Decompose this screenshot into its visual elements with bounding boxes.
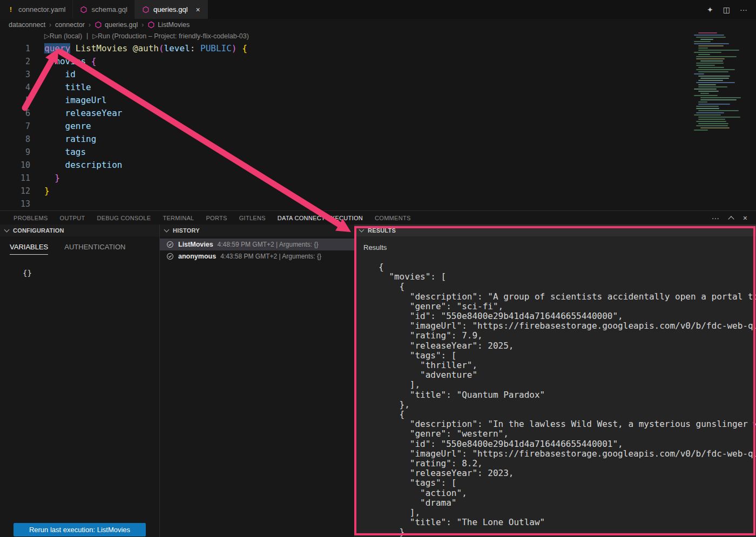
play-icon: ▷	[92, 32, 98, 40]
code-line[interactable]: 12}	[0, 185, 686, 198]
codelens-divider: |	[86, 32, 88, 40]
line-number: 10	[0, 159, 30, 172]
editor-tabs: !connector.yamlschema.gqlqueries.gql×	[0, 0, 208, 19]
panel-tabs: PROBLEMSOUTPUTDEBUG CONSOLETERMINALPORTS…	[8, 211, 417, 225]
history-name: anonymous	[178, 253, 216, 260]
panel-more-actions-icon[interactable]: ···	[712, 214, 719, 222]
line-number: 8	[0, 133, 30, 146]
breadcrumb-item-queries.gql[interactable]: queries.gql	[94, 21, 138, 29]
history-rows: ListMovies4:48:59 PM GMT+2 | Arguments: …	[160, 236, 354, 262]
close-icon[interactable]: ×	[196, 6, 200, 13]
maximize-panel-icon[interactable]	[728, 216, 734, 222]
history-meta: 4:48:59 PM GMT+2 | Arguments: {}	[218, 241, 319, 248]
tab-connector.yaml[interactable]: !connector.yaml	[0, 0, 73, 19]
line-number: 2	[0, 55, 30, 68]
code-line[interactable]: 5 imageUrl	[0, 94, 686, 107]
code-line[interactable]: 10 description	[0, 159, 686, 172]
graphql-icon	[94, 21, 102, 29]
line-number: 7	[0, 120, 30, 133]
codelens: ▷Run (local) | ▷Run (Production – Projec…	[44, 32, 249, 40]
breadcrumb-separator: ›	[89, 21, 91, 29]
code-line[interactable]: 7 genre	[0, 120, 686, 133]
sparkle-icon[interactable]: ✦	[707, 5, 713, 14]
code-line[interactable]: 1query ListMovies @auth(level: PUBLIC) {	[0, 42, 686, 55]
breadcrumb-separator: ›	[141, 21, 144, 29]
graphql-icon	[80, 6, 87, 13]
breadcrumb-item-ListMovies[interactable]: ListMovies	[147, 21, 190, 29]
panel-body: CONFIGURATION VARIABLES AUTHENTICATION {…	[0, 225, 756, 537]
check-circle-icon	[166, 241, 174, 248]
more-actions-icon[interactable]: ···	[740, 5, 747, 14]
chevron-down-icon	[164, 227, 170, 233]
code-editor[interactable]: ▷Run (local) | ▷Run (Production – Projec…	[0, 31, 756, 210]
breadcrumb-item-dataconnect[interactable]: dataconnect	[9, 21, 45, 29]
code-line[interactable]: 9 tags	[0, 146, 686, 159]
line-number: 3	[0, 68, 30, 81]
chevron-down-icon	[359, 227, 364, 233]
line-number: 1	[0, 42, 30, 55]
variables-value[interactable]: {}	[23, 269, 159, 277]
history-row[interactable]: anonymous4:43:58 PM GMT+2 | Arguments: {…	[160, 250, 354, 262]
configuration-header[interactable]: CONFIGURATION	[0, 225, 159, 236]
configuration-section: CONFIGURATION VARIABLES AUTHENTICATION {…	[0, 225, 159, 537]
code-line[interactable]: 2 movies {	[0, 55, 686, 68]
run-production-link[interactable]: ▷Run (Production – Project: friendly-fli…	[92, 32, 249, 40]
check-circle-icon	[166, 253, 174, 260]
tab-label: schema.gql	[91, 5, 127, 13]
code-line[interactable]: 13	[0, 198, 686, 210]
yaml-warning-icon: !	[7, 6, 15, 13]
close-panel-icon[interactable]: ×	[743, 214, 747, 222]
line-number: 5	[0, 94, 30, 107]
tab-queries.gql[interactable]: queries.gql×	[135, 0, 208, 19]
code-line[interactable]: 4 title	[0, 81, 686, 94]
tab-label: queries.gql	[153, 5, 188, 13]
chevron-down-icon	[4, 227, 10, 233]
history-name: ListMovies	[178, 241, 213, 248]
history-section: HISTORY ListMovies4:48:59 PM GMT+2 | Arg…	[159, 225, 354, 537]
panel-tab-data-connect-execution[interactable]: DATA CONNECT EXECUTION	[272, 211, 369, 225]
split-editor-icon[interactable]: ◫	[723, 5, 730, 14]
tabbar-actions: ✦◫···	[707, 0, 756, 19]
editor-tab-bar: !connector.yamlschema.gqlqueries.gql× ✦◫…	[0, 0, 756, 19]
history-meta: 4:43:58 PM GMT+2 | Arguments: {}	[220, 253, 321, 260]
code-line[interactable]: 11 }	[0, 172, 686, 185]
history-row[interactable]: ListMovies4:48:59 PM GMT+2 | Arguments: …	[160, 239, 354, 250]
panel-tab-terminal[interactable]: TERMINAL	[157, 211, 200, 225]
panel-tab-ports[interactable]: PORTS	[200, 211, 233, 225]
code-lines[interactable]: 1query ListMovies @auth(level: PUBLIC) {…	[0, 42, 686, 210]
panel-tab-comments[interactable]: COMMENTS	[369, 211, 417, 225]
results-section[interactable]: RESULTS Results { "movies": [ { "descrip…	[354, 225, 756, 537]
line-number: 12	[0, 185, 30, 198]
results-subtitle: Results	[363, 243, 756, 251]
code-line[interactable]: 3 id	[0, 68, 686, 81]
play-icon: ▷	[44, 32, 50, 40]
panel-tab-gitlens[interactable]: GITLENS	[233, 211, 272, 225]
code-line[interactable]: 6 releaseYear	[0, 107, 686, 120]
vscode-window: !connector.yamlschema.gqlqueries.gql× ✦◫…	[0, 0, 756, 537]
panel-tab-output[interactable]: OUTPUT	[54, 211, 91, 225]
panel-tab-problems[interactable]: PROBLEMS	[8, 211, 54, 225]
line-number: 6	[0, 107, 30, 120]
line-number: 9	[0, 146, 30, 159]
history-header[interactable]: HISTORY	[160, 225, 354, 236]
results-json: { "movies": [ { "description": "A group …	[379, 262, 756, 537]
tab-authentication[interactable]: AUTHENTICATION	[64, 243, 125, 255]
line-number: 11	[0, 172, 30, 185]
breadcrumb-separator: ›	[49, 21, 51, 29]
rerun-button[interactable]: Rerun last execution: ListMovies	[14, 523, 146, 536]
panel-actions: ··· ×	[712, 211, 756, 225]
tab-label: connector.yaml	[18, 5, 65, 13]
tab-variables[interactable]: VARIABLES	[10, 243, 48, 255]
run-local-link[interactable]: ▷Run (local)	[44, 32, 82, 40]
line-number: 4	[0, 81, 30, 94]
configuration-tabs: VARIABLES AUTHENTICATION	[0, 236, 159, 255]
breadcrumb-item-connector[interactable]: connector	[55, 21, 85, 29]
code-line[interactable]: 8 rating	[0, 133, 686, 146]
panel-tab-bar: PROBLEMSOUTPUTDEBUG CONSOLETERMINALPORTS…	[0, 210, 756, 225]
tab-schema.gql[interactable]: schema.gql	[73, 0, 134, 19]
results-header[interactable]: RESULTS	[355, 225, 756, 236]
minimap[interactable]	[694, 31, 755, 132]
panel-tab-debug-console[interactable]: DEBUG CONSOLE	[91, 211, 157, 225]
graphql-icon	[147, 21, 155, 29]
line-number: 13	[0, 198, 30, 210]
